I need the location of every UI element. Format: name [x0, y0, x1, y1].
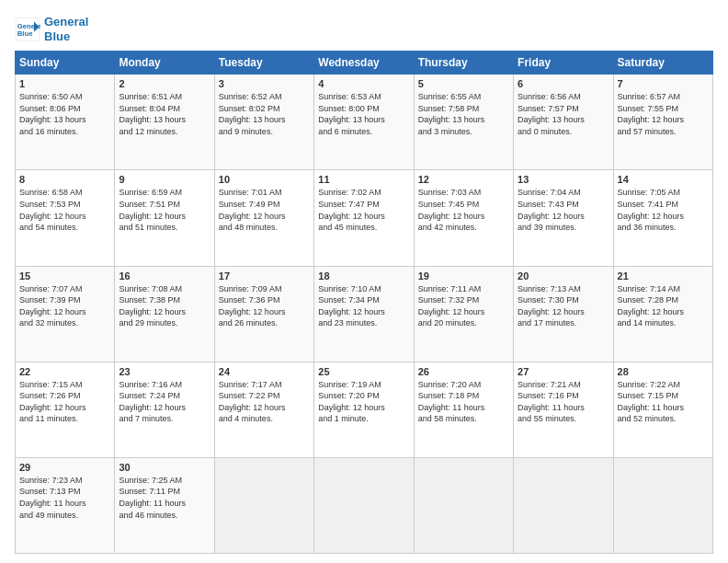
col-wednesday: Wednesday	[314, 52, 414, 75]
table-cell	[314, 457, 414, 553]
day-info: Sunrise: 6:50 AMSunset: 8:06 PMDaylight:…	[19, 91, 110, 137]
table-cell: 25Sunrise: 7:19 AMSunset: 7:20 PMDayligh…	[314, 362, 414, 457]
table-cell: 10Sunrise: 7:01 AMSunset: 7:49 PMDayligh…	[214, 170, 313, 266]
day-number: 18	[318, 270, 409, 282]
table-cell: 11Sunrise: 7:02 AMSunset: 7:47 PMDayligh…	[314, 170, 414, 266]
day-number: 16	[119, 270, 210, 282]
table-cell: 4Sunrise: 6:53 AMSunset: 8:00 PMDaylight…	[314, 75, 414, 170]
day-number: 27	[518, 366, 609, 377]
day-number: 22	[19, 366, 110, 377]
table-cell: 26Sunrise: 7:20 AMSunset: 7:18 PMDayligh…	[414, 362, 513, 457]
table-cell	[214, 457, 313, 553]
col-thursday: Thursday	[414, 52, 513, 75]
day-info: Sunrise: 7:10 AMSunset: 7:34 PMDaylight:…	[318, 283, 409, 329]
table-cell: 29Sunrise: 7:23 AMSunset: 7:13 PMDayligh…	[16, 457, 115, 553]
logo: General Blue GeneralBlue	[15, 15, 88, 43]
svg-text:Blue: Blue	[17, 29, 33, 38]
table-cell: 24Sunrise: 7:17 AMSunset: 7:22 PMDayligh…	[214, 362, 313, 457]
table-cell	[414, 457, 513, 553]
col-monday: Monday	[115, 52, 214, 75]
day-info: Sunrise: 7:13 AMSunset: 7:30 PMDaylight:…	[518, 283, 609, 329]
table-cell: 3Sunrise: 6:52 AMSunset: 8:02 PMDaylight…	[214, 75, 313, 170]
table-cell: 23Sunrise: 7:16 AMSunset: 7:24 PMDayligh…	[115, 362, 214, 457]
day-number: 1	[19, 78, 110, 89]
day-number: 28	[618, 366, 709, 377]
table-cell: 14Sunrise: 7:05 AMSunset: 7:41 PMDayligh…	[613, 170, 712, 266]
day-number: 15	[19, 270, 110, 282]
day-number: 29	[19, 462, 110, 473]
logo-text: GeneralBlue	[44, 15, 88, 43]
day-number: 5	[418, 78, 509, 89]
day-info: Sunrise: 7:16 AMSunset: 7:24 PMDaylight:…	[119, 379, 210, 425]
table-cell: 12Sunrise: 7:03 AMSunset: 7:45 PMDayligh…	[414, 170, 513, 266]
day-number: 6	[518, 78, 609, 89]
day-info: Sunrise: 6:56 AMSunset: 7:57 PMDaylight:…	[518, 91, 609, 137]
day-info: Sunrise: 7:14 AMSunset: 7:28 PMDaylight:…	[618, 283, 709, 329]
day-info: Sunrise: 6:53 AMSunset: 8:00 PMDaylight:…	[318, 91, 409, 137]
table-cell: 9Sunrise: 6:59 AMSunset: 7:51 PMDaylight…	[115, 170, 214, 266]
day-number: 20	[518, 270, 609, 282]
table-cell: 30Sunrise: 7:25 AMSunset: 7:11 PMDayligh…	[115, 457, 214, 553]
day-number: 8	[19, 174, 110, 185]
logo-icon: General Blue	[15, 17, 40, 42]
table-cell	[514, 457, 613, 553]
day-info: Sunrise: 6:52 AMSunset: 8:02 PMDaylight:…	[219, 91, 310, 137]
day-info: Sunrise: 7:22 AMSunset: 7:15 PMDaylight:…	[618, 379, 709, 425]
day-info: Sunrise: 7:17 AMSunset: 7:22 PMDaylight:…	[219, 379, 310, 425]
day-number: 3	[219, 78, 310, 89]
table-cell: 8Sunrise: 6:58 AMSunset: 7:53 PMDaylight…	[16, 170, 115, 266]
table-cell: 6Sunrise: 6:56 AMSunset: 7:57 PMDaylight…	[514, 75, 613, 170]
day-info: Sunrise: 7:03 AMSunset: 7:45 PMDaylight:…	[418, 187, 509, 233]
day-info: Sunrise: 6:59 AMSunset: 7:51 PMDaylight:…	[119, 187, 210, 233]
day-number: 14	[618, 174, 709, 185]
header: General Blue GeneralBlue	[15, 15, 713, 43]
day-number: 12	[418, 174, 509, 185]
day-info: Sunrise: 7:23 AMSunset: 7:13 PMDaylight:…	[19, 475, 110, 521]
day-info: Sunrise: 7:02 AMSunset: 7:47 PMDaylight:…	[318, 187, 409, 233]
day-number: 11	[318, 174, 409, 185]
day-info: Sunrise: 7:04 AMSunset: 7:43 PMDaylight:…	[518, 187, 609, 233]
day-info: Sunrise: 7:25 AMSunset: 7:11 PMDaylight:…	[119, 475, 210, 521]
day-number: 9	[119, 174, 210, 185]
col-sunday: Sunday	[16, 52, 115, 75]
col-tuesday: Tuesday	[214, 52, 313, 75]
day-number: 4	[318, 78, 409, 89]
day-number: 23	[119, 366, 210, 377]
day-number: 30	[119, 462, 210, 473]
day-info: Sunrise: 6:58 AMSunset: 7:53 PMDaylight:…	[19, 187, 110, 233]
day-number: 7	[618, 78, 709, 89]
day-info: Sunrise: 7:21 AMSunset: 7:16 PMDaylight:…	[518, 379, 609, 425]
day-info: Sunrise: 7:09 AMSunset: 7:36 PMDaylight:…	[219, 283, 310, 329]
day-info: Sunrise: 7:05 AMSunset: 7:41 PMDaylight:…	[618, 187, 709, 233]
table-cell: 5Sunrise: 6:55 AMSunset: 7:58 PMDaylight…	[414, 75, 513, 170]
day-info: Sunrise: 6:55 AMSunset: 7:58 PMDaylight:…	[418, 91, 509, 137]
table-cell: 18Sunrise: 7:10 AMSunset: 7:34 PMDayligh…	[314, 266, 414, 362]
day-number: 2	[119, 78, 210, 89]
day-info: Sunrise: 7:11 AMSunset: 7:32 PMDaylight:…	[418, 283, 509, 329]
table-cell: 2Sunrise: 6:51 AMSunset: 8:04 PMDaylight…	[115, 75, 214, 170]
page: General Blue GeneralBlue Sunday Monday T…	[0, 0, 728, 563]
day-info: Sunrise: 7:08 AMSunset: 7:38 PMDaylight:…	[119, 283, 210, 329]
table-cell	[613, 457, 712, 553]
table-cell: 17Sunrise: 7:09 AMSunset: 7:36 PMDayligh…	[214, 266, 313, 362]
table-cell: 16Sunrise: 7:08 AMSunset: 7:38 PMDayligh…	[115, 266, 214, 362]
day-number: 10	[219, 174, 310, 185]
day-info: Sunrise: 6:57 AMSunset: 7:55 PMDaylight:…	[618, 91, 709, 137]
day-info: Sunrise: 7:20 AMSunset: 7:18 PMDaylight:…	[418, 379, 509, 425]
day-info: Sunrise: 6:51 AMSunset: 8:04 PMDaylight:…	[119, 91, 210, 137]
table-cell: 28Sunrise: 7:22 AMSunset: 7:15 PMDayligh…	[613, 362, 712, 457]
day-number: 21	[618, 270, 709, 282]
day-number: 24	[219, 366, 310, 377]
table-cell: 19Sunrise: 7:11 AMSunset: 7:32 PMDayligh…	[414, 266, 513, 362]
table-cell: 7Sunrise: 6:57 AMSunset: 7:55 PMDaylight…	[613, 75, 712, 170]
table-cell: 15Sunrise: 7:07 AMSunset: 7:39 PMDayligh…	[16, 266, 115, 362]
day-number: 26	[418, 366, 509, 377]
col-friday: Friday	[514, 52, 613, 75]
weekday-header-row: Sunday Monday Tuesday Wednesday Thursday…	[16, 52, 713, 75]
table-cell: 22Sunrise: 7:15 AMSunset: 7:26 PMDayligh…	[16, 362, 115, 457]
table-cell: 27Sunrise: 7:21 AMSunset: 7:16 PMDayligh…	[514, 362, 613, 457]
table-cell: 13Sunrise: 7:04 AMSunset: 7:43 PMDayligh…	[514, 170, 613, 266]
day-number: 17	[219, 270, 310, 282]
day-number: 19	[418, 270, 509, 282]
day-info: Sunrise: 7:07 AMSunset: 7:39 PMDaylight:…	[19, 283, 110, 329]
